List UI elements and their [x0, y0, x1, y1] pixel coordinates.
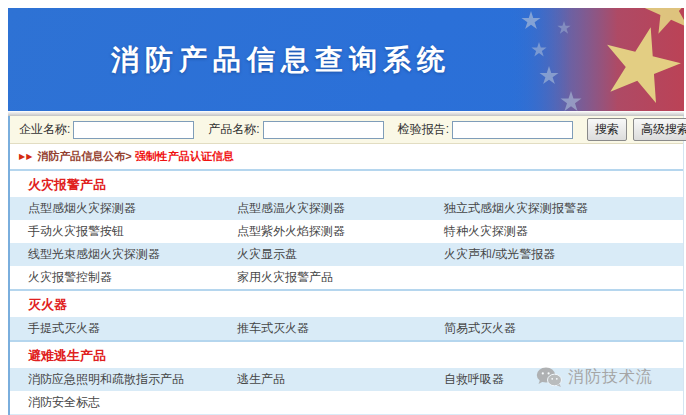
product-link[interactable]: 火灾显示盘 — [237, 246, 444, 263]
product-link[interactable]: 消防应急照明和疏散指示产品 — [28, 371, 237, 388]
product-row: 手动火灾报警按钮 点型紫外火焰探测器 特种火灾探测器 — [10, 220, 683, 243]
page-header: 消防产品信息查询系统 — [8, 8, 684, 111]
product-link[interactable]: 推车式灭火器 — [237, 320, 444, 337]
product-name-label: 产品名称: — [208, 121, 259, 138]
search-button[interactable]: 搜索 — [587, 118, 627, 141]
inspection-report-input[interactable] — [452, 121, 573, 139]
section-heading: 火灾报警产品 — [10, 171, 683, 197]
double-arrow-icon: ▶▶ — [19, 152, 33, 161]
company-name-input[interactable] — [73, 121, 194, 139]
product-link[interactable]: 火灾声和/或光警报器 — [444, 246, 683, 263]
product-link[interactable]: 自救呼吸器 — [444, 371, 683, 388]
page-title: 消防产品信息查询系统 — [8, 8, 554, 111]
fire-product-query-page: 消防产品信息查询系统 企业名称: 产品名称: 检验报告: 搜索 高级搜索 ▶▶ … — [0, 0, 686, 415]
inspection-report-label: 检验报告: — [398, 121, 449, 138]
product-link[interactable]: 点型感温火灾探测器 — [237, 200, 444, 217]
product-row: 线型光束感烟火灾探测器 火灾显示盘 火灾声和/或光警报器 — [10, 243, 683, 266]
main-content: 企业名称: 产品名称: 检验报告: 搜索 高级搜索 ▶▶ 消防产品信息公布> 强… — [8, 116, 684, 415]
breadcrumb: ▶▶ 消防产品信息公布> 强制性产品认证信息 — [10, 144, 683, 169]
section-heading: 灭火器 — [10, 291, 683, 317]
product-link[interactable]: 消防安全标志 — [28, 394, 237, 411]
section-heading: 避难逃生产品 — [10, 342, 683, 368]
advanced-search-button[interactable]: 高级搜索 — [633, 118, 686, 141]
section-escape-products: 避难逃生产品 消防应急照明和疏散指示产品 逃生产品 自救呼吸器 消防安全标志 — [10, 340, 683, 415]
product-link[interactable]: 点型紫外火焰探测器 — [237, 223, 444, 240]
product-link[interactable]: 手动火灾报警按钮 — [28, 223, 237, 240]
product-row: 消防应急照明和疏散指示产品 逃生产品 自救呼吸器 — [10, 368, 683, 391]
product-link[interactable]: 简易式灭火器 — [444, 320, 683, 337]
product-link[interactable]: 家用火灾报警产品 — [237, 269, 444, 286]
breadcrumb-current: 强制性产品认证信息 — [135, 149, 234, 164]
section-fire-alarm-products: 火灾报警产品 点型感烟火灾探测器 点型感温火灾探测器 独立式感烟火灾探测报警器 … — [10, 169, 683, 289]
company-name-label: 企业名称: — [19, 121, 70, 138]
product-row: 火灾报警控制器 家用火灾报警产品 — [10, 266, 683, 289]
product-link[interactable]: 线型光束感烟火灾探测器 — [28, 246, 237, 263]
product-link[interactable]: 独立式感烟火灾探测报警器 — [444, 200, 683, 217]
product-row: 手提式灭火器 推车式灭火器 简易式灭火器 — [10, 317, 683, 340]
product-link[interactable]: 逃生产品 — [237, 371, 444, 388]
search-bar: 企业名称: 产品名称: 检验报告: 搜索 高级搜索 — [10, 116, 683, 144]
section-fire-extinguishers: 灭火器 手提式灭火器 推车式灭火器 简易式灭火器 — [10, 289, 683, 340]
product-link[interactable]: 特种火灾探测器 — [444, 223, 683, 240]
product-row: 点型感烟火灾探测器 点型感温火灾探测器 独立式感烟火灾探测报警器 — [10, 197, 683, 220]
product-row: 消防安全标志 — [10, 391, 683, 414]
product-link[interactable]: 火灾报警控制器 — [28, 269, 237, 286]
product-link[interactable]: 点型感烟火灾探测器 — [28, 200, 237, 217]
breadcrumb-root-link[interactable]: 消防产品信息公布> — [37, 149, 131, 164]
product-name-input[interactable] — [263, 121, 384, 139]
product-link[interactable]: 手提式灭火器 — [28, 320, 237, 337]
